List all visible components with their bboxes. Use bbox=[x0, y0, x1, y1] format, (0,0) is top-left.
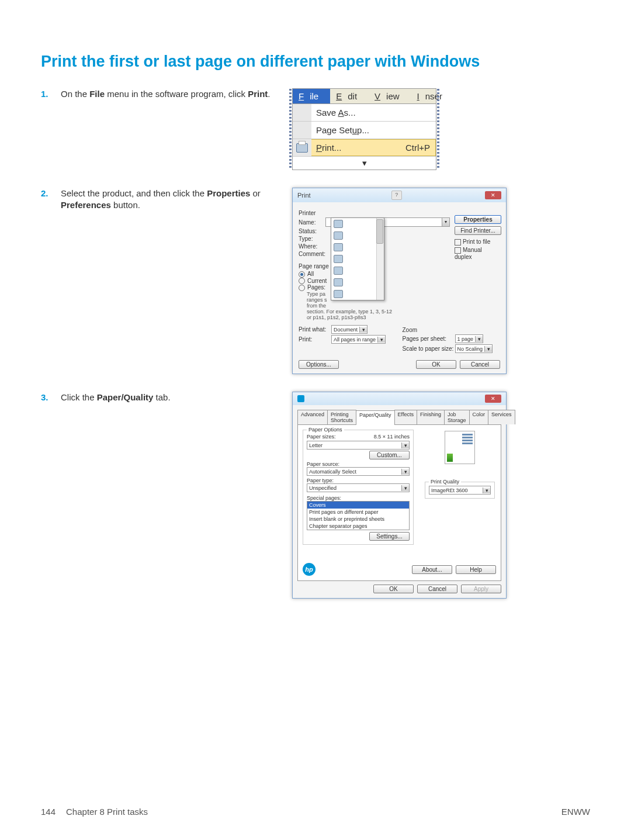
tab-paper-quality[interactable]: Paper/Quality bbox=[356, 410, 395, 425]
comment-label: Comment: bbox=[299, 251, 325, 257]
page-footer: 144 Chapter 8 Print tasks ENWW bbox=[41, 807, 590, 817]
step-3-text: Click the Paper/Quality tab. bbox=[61, 392, 275, 403]
close-icon[interactable]: ✕ bbox=[485, 395, 501, 403]
all-radio[interactable] bbox=[299, 271, 305, 278]
paper-source-select[interactable]: Automatically Select▾ bbox=[307, 467, 410, 476]
list-item: Print pages on different paper bbox=[307, 509, 409, 516]
find-printer-button[interactable]: Find Printer... bbox=[455, 226, 501, 235]
tab-services[interactable]: Services bbox=[488, 410, 515, 424]
special-pages-list[interactable]: Covers Print pages on different paper In… bbox=[307, 501, 410, 530]
menu-view[interactable]: View bbox=[369, 89, 411, 103]
step-3-number: 3. bbox=[41, 392, 61, 403]
print-to-file-label: Print to file bbox=[463, 238, 490, 245]
menu-edit[interactable]: Edit bbox=[330, 89, 369, 103]
print-quality-label: Print Quality bbox=[429, 479, 461, 485]
enww-label: ENWW bbox=[561, 807, 590, 817]
page-number: 144 bbox=[41, 807, 56, 817]
step-1: 1. On the File menu in the software prog… bbox=[41, 88, 590, 170]
print-select[interactable]: All pages in range▾ bbox=[331, 335, 386, 344]
help-button[interactable]: Help bbox=[456, 565, 496, 574]
step-2-text: Select the product, and then click the P… bbox=[61, 188, 275, 212]
menu-item-print[interactable]: Print... Ctrl+P bbox=[293, 139, 436, 157]
print-what-select[interactable]: Document▾ bbox=[331, 325, 367, 334]
step-2-number: 2. bbox=[41, 188, 61, 212]
print-quality-select[interactable]: ImageREt 3600▾ bbox=[429, 486, 491, 495]
pq-titlebar: ✕ bbox=[293, 392, 506, 405]
file-menu-illustration: File Edit View Inser Save As... Page Set… bbox=[292, 88, 436, 170]
printer-icon bbox=[334, 278, 343, 286]
tab-finishing[interactable]: Finishing bbox=[417, 410, 445, 424]
list-item: Chapter separator pages bbox=[307, 523, 409, 530]
pages-per-sheet-select[interactable]: 1 page▾ bbox=[455, 334, 484, 343]
cancel-button[interactable]: Cancel bbox=[417, 585, 457, 593]
about-button[interactable]: About... bbox=[412, 565, 452, 574]
printer-icon bbox=[334, 231, 343, 240]
menu-item-page-setup[interactable]: Page Setup... bbox=[293, 122, 436, 139]
paper-options-label: Paper Options bbox=[307, 427, 344, 433]
tab-color[interactable]: Color bbox=[469, 410, 489, 424]
print-what-label: Print what: bbox=[299, 326, 331, 333]
ok-button[interactable]: OK bbox=[416, 360, 456, 369]
pages-radio[interactable] bbox=[299, 285, 305, 291]
scroll-thumb[interactable] bbox=[376, 219, 383, 244]
print-to-file-checkbox[interactable] bbox=[455, 239, 461, 246]
cancel-button[interactable]: Cancel bbox=[460, 360, 500, 369]
status-label: Status: bbox=[299, 228, 325, 234]
step-3: 3. Click the Paper/Quality tab. ✕ Advanc… bbox=[41, 392, 590, 599]
hp-logo-icon: hp bbox=[303, 563, 316, 576]
manual-duplex-checkbox[interactable] bbox=[455, 247, 461, 254]
paper-size-select[interactable]: Letter▾ bbox=[307, 441, 410, 450]
paper-source-label: Paper source: bbox=[307, 461, 410, 467]
type-label: Type: bbox=[299, 236, 325, 242]
printer-icon bbox=[334, 255, 343, 263]
printer-dropdown-popup[interactable] bbox=[331, 217, 384, 300]
tab-effects[interactable]: Effects bbox=[394, 410, 417, 424]
printer-icon bbox=[334, 267, 343, 275]
page-title: Print the first or last page on differen… bbox=[41, 53, 590, 71]
paper-type-select[interactable]: Unspecified▾ bbox=[307, 483, 410, 492]
paper-type-label: Paper type: bbox=[307, 478, 410, 483]
tab-printing-shortcuts[interactable]: Printing Shortcuts bbox=[327, 410, 356, 424]
help-icon[interactable]: ? bbox=[391, 191, 402, 200]
step-2: 2. Select the product, and then click th… bbox=[41, 188, 590, 374]
options-button[interactable]: Options... bbox=[299, 360, 339, 369]
apply-button[interactable]: Apply bbox=[461, 585, 501, 593]
printer-icon bbox=[334, 243, 343, 251]
menu-item-save-as[interactable]: Save As... bbox=[293, 104, 436, 122]
current-label: Current bbox=[307, 278, 327, 284]
print-dialog-titlebar: Print ? ✕ bbox=[293, 188, 506, 202]
ok-button[interactable]: OK bbox=[373, 585, 414, 593]
tabs: Advanced Printing Shortcuts Paper/Qualit… bbox=[297, 410, 501, 425]
custom-button[interactable]: Custom... bbox=[369, 451, 410, 459]
pages-label: Pages: bbox=[307, 284, 325, 291]
close-icon[interactable]: ✕ bbox=[485, 191, 501, 199]
printer-icon bbox=[334, 220, 343, 228]
paper-sizes-value: 8.5 × 11 inches bbox=[374, 434, 410, 440]
tab-job-storage[interactable]: Job Storage bbox=[444, 410, 470, 424]
tab-advanced[interactable]: Advanced bbox=[297, 410, 328, 424]
properties-button[interactable]: Properties bbox=[455, 215, 501, 224]
pages-per-sheet-label: Pages per sheet: bbox=[403, 336, 455, 342]
paper-quality-dialog: ✕ Advanced Printing Shortcuts Paper/Qual… bbox=[292, 392, 507, 599]
menu-expand-chevron[interactable]: ▾ bbox=[293, 157, 436, 170]
scale-to-paper-select[interactable]: No Scaling▾ bbox=[455, 344, 493, 353]
printer-icon bbox=[334, 290, 343, 298]
chapter-label: Chapter 8 Print tasks bbox=[66, 807, 148, 817]
where-label: Where: bbox=[299, 243, 325, 250]
print-shortcut: Ctrl+P bbox=[405, 143, 430, 153]
scale-to-paper-label: Scale to paper size: bbox=[403, 345, 455, 352]
zoom-label: Zoom bbox=[403, 327, 501, 333]
menu-insert[interactable]: Inser bbox=[411, 89, 454, 103]
scrollbar[interactable] bbox=[376, 218, 384, 300]
name-label: Name: bbox=[299, 219, 325, 226]
paper-sizes-label: Paper sizes: bbox=[307, 434, 374, 440]
settings-button[interactable]: Settings... bbox=[369, 532, 410, 541]
app-icon bbox=[297, 395, 304, 402]
print-dialog: Print ? ✕ Printer Name: ▾ Status: Type: bbox=[292, 188, 507, 374]
step-1-number: 1. bbox=[41, 88, 61, 100]
printer-section-label: Printer bbox=[299, 210, 450, 216]
list-item: Insert blank or preprinted sheets bbox=[307, 516, 409, 523]
page-range-label: Page range bbox=[299, 263, 500, 269]
menu-file[interactable]: File bbox=[293, 89, 330, 103]
current-radio[interactable] bbox=[299, 278, 305, 284]
